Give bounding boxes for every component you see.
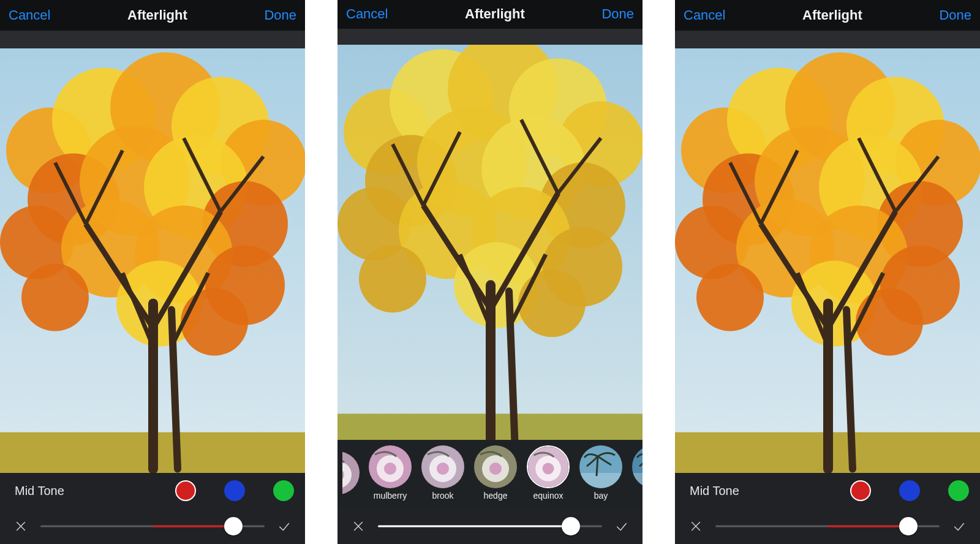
filter-item[interactable]: equinox bbox=[525, 445, 571, 501]
svg-point-72 bbox=[856, 288, 923, 355]
confirm-icon[interactable] bbox=[951, 518, 968, 535]
slider-thumb[interactable] bbox=[224, 517, 243, 535]
photo-preview[interactable] bbox=[675, 48, 980, 473]
svg-point-41 bbox=[384, 463, 396, 475]
app-title: Afterlight bbox=[127, 7, 187, 23]
bottom-controls: Mid Tone bbox=[0, 473, 305, 544]
tone-swatch[interactable] bbox=[273, 480, 294, 501]
sub-toolbar bbox=[0, 31, 305, 48]
filter-thumbnail[interactable] bbox=[421, 445, 464, 488]
slider-row bbox=[675, 508, 980, 544]
slider-row bbox=[0, 508, 305, 544]
done-button[interactable]: Done bbox=[264, 7, 296, 23]
intensity-slider[interactable] bbox=[715, 516, 940, 537]
filter-thumbnail[interactable] bbox=[579, 445, 622, 488]
svg-rect-54 bbox=[632, 473, 643, 488]
navbar: Cancel Afterlight Done bbox=[337, 0, 643, 29]
bottom-controls: Mid Tone bbox=[675, 473, 980, 544]
tone-label: Mid Tone bbox=[15, 484, 64, 498]
filter-label: bay bbox=[594, 491, 608, 501]
svg-point-44 bbox=[437, 463, 449, 475]
filter-thumbnail[interactable] bbox=[527, 445, 570, 488]
navbar: Cancel Afterlight Done bbox=[675, 0, 980, 31]
done-button[interactable]: Done bbox=[601, 6, 634, 22]
filter-item-partial[interactable] bbox=[342, 451, 361, 494]
filter-label: mulberry bbox=[374, 491, 407, 501]
filter-item[interactable]: bay bbox=[578, 445, 624, 501]
tone-swatch[interactable] bbox=[224, 480, 245, 501]
done-button[interactable]: Done bbox=[939, 7, 971, 23]
slider-thumb[interactable] bbox=[899, 517, 918, 535]
cancel-icon[interactable] bbox=[687, 518, 704, 535]
tone-row: Mid Tone bbox=[675, 473, 980, 508]
app-title: Afterlight bbox=[465, 6, 525, 22]
filter-thumbnail[interactable] bbox=[474, 445, 517, 488]
filter-item[interactable]: brook bbox=[420, 445, 466, 501]
filter-thumbnail[interactable] bbox=[369, 445, 412, 488]
slider-row bbox=[337, 508, 643, 544]
tone-row: Mid Tone bbox=[0, 473, 305, 508]
svg-point-33 bbox=[359, 246, 426, 313]
intensity-slider[interactable] bbox=[378, 516, 602, 537]
tone-swatch[interactable] bbox=[948, 480, 969, 501]
tone-label: Mid Tone bbox=[690, 484, 739, 498]
phone-screen-3: Cancel Afterlight Done Mid Tone bbox=[675, 0, 980, 544]
sub-toolbar bbox=[337, 29, 643, 45]
filter-label: hedge bbox=[484, 491, 508, 501]
photo-preview[interactable] bbox=[337, 45, 643, 440]
slider-thumb[interactable] bbox=[562, 517, 580, 535]
filter-item[interactable]: row bbox=[630, 445, 643, 501]
bottom-controls: mulberry brook hedge equinox bay row bbox=[337, 440, 643, 544]
svg-rect-52 bbox=[579, 473, 622, 488]
svg-point-70 bbox=[696, 263, 764, 331]
filter-label: equinox bbox=[533, 491, 563, 501]
phone-screen-2: Cancel Afterlight Done mul bbox=[337, 0, 643, 544]
svg-point-15 bbox=[21, 263, 89, 331]
sub-toolbar bbox=[675, 31, 980, 48]
svg-point-17 bbox=[181, 288, 248, 355]
navbar: Cancel Afterlight Done bbox=[0, 0, 305, 31]
filter-item[interactable]: hedge bbox=[472, 445, 519, 501]
phone-screen-1: Cancel Afterlight Done Mid Tone bbox=[0, 0, 305, 544]
photo-preview[interactable] bbox=[0, 48, 305, 473]
cancel-button[interactable]: Cancel bbox=[684, 7, 725, 23]
cancel-button[interactable]: Cancel bbox=[9, 7, 50, 23]
filter-strip[interactable]: mulberry brook hedge equinox bay row bbox=[337, 440, 643, 508]
tone-swatch[interactable] bbox=[899, 480, 920, 501]
cancel-icon[interactable] bbox=[12, 518, 29, 535]
filter-thumbnail[interactable] bbox=[632, 445, 643, 488]
filter-item[interactable]: mulberry bbox=[367, 445, 413, 501]
cancel-icon[interactable] bbox=[350, 518, 367, 535]
filter-label: brook bbox=[432, 491, 453, 501]
tone-swatch[interactable] bbox=[850, 480, 871, 501]
svg-point-50 bbox=[543, 463, 554, 474]
confirm-icon[interactable] bbox=[613, 518, 630, 535]
app-title: Afterlight bbox=[802, 7, 862, 23]
intensity-slider[interactable] bbox=[40, 516, 265, 537]
cancel-button[interactable]: Cancel bbox=[346, 6, 388, 22]
confirm-icon[interactable] bbox=[276, 518, 293, 535]
tone-swatch[interactable] bbox=[175, 480, 196, 501]
svg-point-47 bbox=[489, 463, 502, 475]
svg-point-35 bbox=[518, 270, 586, 338]
